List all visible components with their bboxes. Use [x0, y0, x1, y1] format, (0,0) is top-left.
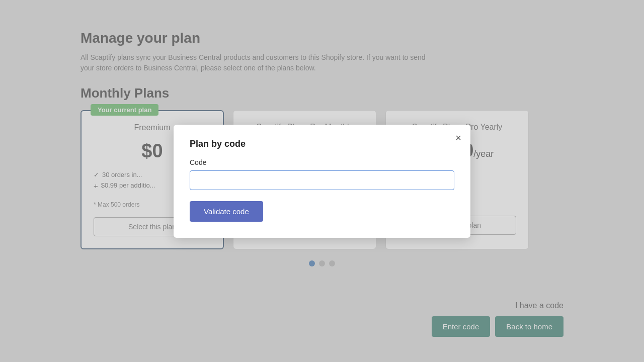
modal-overlay: Plan by code × Code Validate code	[0, 0, 644, 362]
modal-close-button[interactable]: ×	[455, 133, 461, 143]
modal-dialog: Plan by code × Code Validate code	[174, 125, 470, 238]
modal-code-input[interactable]	[190, 170, 454, 190]
modal-title: Plan by code	[190, 139, 454, 149]
validate-code-button[interactable]: Validate code	[190, 201, 263, 222]
page-wrapper: Manage your plan All Scaptify plans sync…	[0, 0, 644, 362]
modal-code-label: Code	[190, 158, 454, 166]
